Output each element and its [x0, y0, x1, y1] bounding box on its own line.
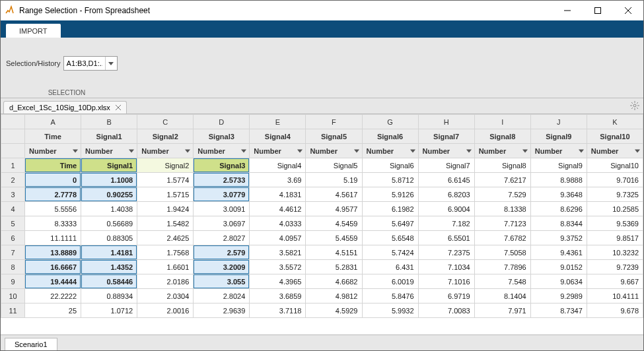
cell[interactable]: 5.2831: [306, 260, 362, 274]
cell[interactable]: 6.8203: [418, 187, 474, 202]
cell[interactable]: 8.3333: [25, 216, 81, 231]
row-header[interactable]: 5: [1, 216, 25, 231]
cell[interactable]: 2.8024: [194, 289, 250, 303]
cell[interactable]: 7.971: [474, 303, 530, 318]
cell[interactable]: 11.1111: [25, 231, 81, 245]
column-header[interactable]: J: [530, 115, 587, 129]
column-header[interactable]: G: [362, 115, 418, 129]
cell[interactable]: 7.7896: [474, 260, 530, 274]
cell[interactable]: 1.5774: [137, 173, 194, 187]
cell[interactable]: 2.579: [194, 245, 250, 260]
cell[interactable]: 6.6145: [418, 173, 474, 187]
cell[interactable]: 4.9577: [306, 202, 362, 216]
spreadsheet-grid[interactable]: ABCDEFGHIJKTimeSignal1Signal2Signal3Sign…: [1, 114, 643, 335]
gear-icon[interactable]: [630, 101, 639, 110]
cell[interactable]: 9.678: [587, 303, 643, 318]
tab-import[interactable]: IMPORT: [6, 24, 61, 38]
column-name-header[interactable]: Signal3: [194, 129, 250, 144]
cell[interactable]: 5.9932: [362, 303, 418, 318]
cell[interactable]: 2.8027: [194, 231, 250, 245]
selection-history-combo[interactable]: [63, 56, 118, 71]
column-header[interactable]: F: [306, 115, 362, 129]
cell[interactable]: 1.4352: [81, 260, 137, 274]
cell[interactable]: Signal7: [418, 158, 474, 173]
cell[interactable]: 4.1831: [250, 187, 306, 202]
cell[interactable]: 9.667: [587, 274, 643, 289]
cell[interactable]: 0.88305: [81, 231, 137, 245]
cell[interactable]: 7.5058: [474, 245, 530, 260]
cell[interactable]: 8.1404: [474, 289, 530, 303]
cell[interactable]: 16.6667: [25, 260, 81, 274]
column-type-dropdown[interactable]: Number: [474, 144, 530, 158]
cell[interactable]: 5.6548: [362, 231, 418, 245]
row-header[interactable]: 7: [1, 245, 25, 260]
column-type-dropdown[interactable]: Number: [137, 144, 194, 158]
cell[interactable]: 2.4625: [137, 231, 194, 245]
row-header[interactable]: 3: [1, 187, 25, 202]
cell[interactable]: 7.182: [418, 216, 474, 231]
column-name-header[interactable]: Signal2: [137, 129, 194, 144]
column-name-header[interactable]: Signal10: [587, 129, 643, 144]
cell[interactable]: 4.0333: [250, 216, 306, 231]
column-type-dropdown[interactable]: Number: [250, 144, 306, 158]
cell[interactable]: 2.7778: [25, 187, 81, 202]
cell[interactable]: Signal4: [250, 158, 306, 173]
cell[interactable]: Signal6: [362, 158, 418, 173]
column-name-header[interactable]: Signal6: [362, 129, 418, 144]
cell[interactable]: 4.6682: [306, 274, 362, 289]
cell[interactable]: 3.7118: [250, 303, 306, 318]
cell[interactable]: Signal3: [194, 158, 250, 173]
cell[interactable]: 7.0083: [418, 303, 474, 318]
cell[interactable]: 7.1016: [418, 274, 474, 289]
cell[interactable]: 2.0304: [137, 289, 194, 303]
cell[interactable]: 7.6782: [474, 231, 530, 245]
cell[interactable]: 1.7568: [137, 245, 194, 260]
cell[interactable]: 1.9424: [137, 202, 194, 216]
cell[interactable]: 9.4361: [530, 245, 587, 260]
cell[interactable]: 7.6217: [474, 173, 530, 187]
cell[interactable]: 10.3232: [587, 245, 643, 260]
maximize-button[interactable]: [583, 1, 613, 20]
minimize-button[interactable]: [552, 1, 583, 20]
column-header[interactable]: D: [194, 115, 250, 129]
cell[interactable]: 4.3965: [250, 274, 306, 289]
row-header[interactable]: 11: [1, 303, 25, 318]
cell[interactable]: 8.7347: [530, 303, 587, 318]
cell[interactable]: 4.5617: [306, 187, 362, 202]
column-header[interactable]: H: [418, 115, 474, 129]
cell[interactable]: 9.5369: [587, 216, 643, 231]
cell[interactable]: 9.2989: [530, 289, 587, 303]
cell[interactable]: 5.4559: [306, 231, 362, 245]
cell[interactable]: Time: [25, 158, 81, 173]
cell[interactable]: 4.4612: [250, 202, 306, 216]
column-type-dropdown[interactable]: Number: [306, 144, 362, 158]
cell[interactable]: Signal10: [587, 158, 643, 173]
selection-history-dropdown[interactable]: [105, 57, 117, 70]
cell[interactable]: 22.2222: [25, 289, 81, 303]
column-name-header[interactable]: Signal7: [418, 129, 474, 144]
cell[interactable]: 5.7424: [362, 245, 418, 260]
cell[interactable]: 1.6601: [137, 260, 194, 274]
cell[interactable]: 3.0091: [194, 202, 250, 216]
column-header[interactable]: E: [250, 115, 306, 129]
close-button[interactable]: [613, 1, 643, 20]
cell[interactable]: 5.8712: [362, 173, 418, 187]
row-header[interactable]: 6: [1, 231, 25, 245]
cell[interactable]: 5.5556: [25, 202, 81, 216]
cell[interactable]: 3.5821: [250, 245, 306, 260]
cell[interactable]: Signal5: [306, 158, 362, 173]
cell[interactable]: 10.2585: [587, 202, 643, 216]
column-header[interactable]: I: [474, 115, 530, 129]
cell[interactable]: 5.9126: [362, 187, 418, 202]
cell[interactable]: 3.2009: [194, 260, 250, 274]
cell[interactable]: 3.0779: [194, 187, 250, 202]
cell[interactable]: 2.9639: [194, 303, 250, 318]
cell[interactable]: 4.5151: [306, 245, 362, 260]
cell[interactable]: 6.9719: [418, 289, 474, 303]
cell[interactable]: 3.69: [250, 173, 306, 187]
corner-cell[interactable]: [1, 115, 25, 129]
cell[interactable]: 4.5929: [306, 303, 362, 318]
cell[interactable]: 1.5482: [137, 216, 194, 231]
column-header[interactable]: B: [81, 115, 137, 129]
close-icon[interactable]: [114, 104, 122, 112]
